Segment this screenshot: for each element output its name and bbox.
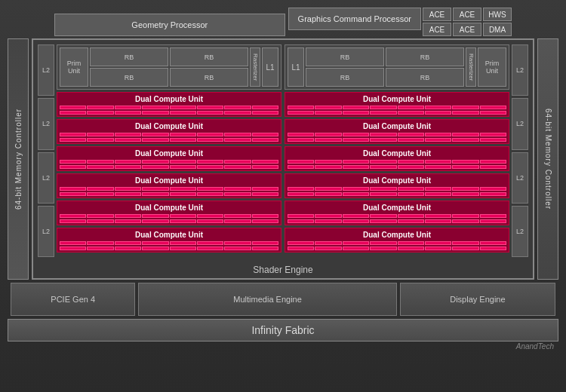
se-half-right: L1 RB RB RB RB Rasterizer Prim Unit: [285, 44, 509, 257]
dcu-row: [288, 133, 506, 136]
rb-grid-right: RB RB RB RB: [306, 47, 464, 87]
dcu-sub: [288, 247, 314, 250]
dcu-sub: [170, 241, 196, 245]
dcu-sub: [315, 214, 341, 218]
dcu-sub: [480, 241, 506, 245]
dcu-sub: [142, 214, 168, 218]
dcu-rows-2: [60, 133, 278, 142]
dcu-sub: [398, 133, 424, 136]
dcu-sub: [142, 165, 168, 169]
dcu-sub: [452, 192, 478, 196]
dcu-sub: [370, 241, 396, 245]
dcu-sub: [87, 106, 113, 109]
dcu-row: [288, 138, 506, 142]
pcie-block: PCIE Gen 4: [11, 283, 135, 316]
dcu-sub: [197, 165, 223, 169]
dcu-sub: [60, 111, 86, 115]
dcu-sub: [315, 192, 341, 196]
dcu-right-3: Dual Compute Unit: [285, 146, 509, 171]
dcu-sub: [370, 192, 396, 196]
dcu-sub: [197, 111, 223, 115]
dcu-sub: [370, 160, 396, 164]
dcu-sub: [480, 160, 506, 164]
dcu-sub: [224, 133, 251, 136]
dcu-rows-r4: [288, 187, 506, 196]
dcu-row: [288, 187, 506, 191]
dcu-sub: [197, 187, 223, 191]
dcu-sub: [452, 214, 478, 218]
dcu-sub: [87, 214, 113, 218]
dcu-sub: [60, 247, 86, 250]
dcu-sub: [252, 106, 278, 109]
main-diagram: Geometry Processor Graphics Command Proc…: [0, 0, 566, 392]
dcu-sub: [480, 133, 506, 136]
dcu-row: [288, 192, 506, 196]
dcu-sub: [170, 133, 196, 136]
dcu-sub: [288, 106, 314, 109]
dcu-sub: [87, 111, 113, 115]
dcu-rows-r6: [288, 241, 506, 250]
dcu-sub: [343, 187, 369, 191]
dcu-sub: [315, 138, 341, 142]
dcu-sub: [343, 106, 369, 109]
dcu-left-2: Dual Compute Unit: [57, 119, 281, 144]
dcu-sub: [398, 160, 424, 164]
dcu-sub: [197, 133, 223, 136]
dcu-sub: [480, 106, 506, 109]
dcu-sub: [288, 214, 314, 218]
dcu-sub: [170, 214, 196, 218]
dcu-sub: [398, 111, 424, 115]
dcu-sub: [398, 247, 424, 250]
dcu-sub: [288, 241, 314, 245]
dcu-row: [288, 241, 506, 245]
se-top-right: L1 RB RB RB RB Rasterizer Prim Unit: [285, 44, 509, 90]
dcu-sub: [480, 192, 506, 196]
gcp-col-3: HWS DMA: [483, 8, 512, 36]
dcu-sub: [425, 160, 451, 164]
prim-unit-right: Prim Unit: [478, 47, 506, 87]
dcu-sub: [142, 138, 168, 142]
dcu-sub: [224, 241, 251, 245]
multimedia-block: Multimedia Engine: [138, 283, 396, 316]
dcu-rows-3: [60, 160, 278, 169]
dcu-sub: [252, 247, 278, 250]
rb-left-4: RB: [170, 68, 248, 87]
dcu-sub: [315, 106, 341, 109]
dcu-sub: [224, 247, 251, 250]
dcu-sub: [343, 165, 369, 169]
right-se-half: L1 RB RB RB RB Rasterizer Prim Unit: [285, 44, 528, 257]
bottom-strip: PCIE Gen 4 Multimedia Engine Display Eng…: [8, 283, 558, 316]
dcu-sub: [425, 187, 451, 191]
dcu-rows-4: [60, 187, 278, 196]
dcu-sub: [60, 106, 86, 109]
dcu-sub: [142, 133, 168, 136]
dcu-rows-r1: [288, 106, 506, 115]
dcu-row: [60, 214, 278, 218]
dcu-sub: [252, 133, 278, 136]
dcu-row: [60, 187, 278, 191]
dcu-rows-6: [60, 241, 278, 250]
dcu-sub: [224, 165, 251, 169]
dcu-sub: [115, 214, 141, 218]
dcu-sub: [224, 214, 251, 218]
dcu-row: [288, 160, 506, 164]
dcu-sub: [197, 138, 223, 142]
dcu-sub: [370, 214, 396, 218]
dcu-sub: [288, 133, 314, 136]
l2-right-1: L2: [512, 44, 528, 96]
dcu-sub: [252, 219, 278, 223]
dcu-sub: [197, 241, 223, 245]
dcu-sub: [252, 111, 278, 115]
dcu-sub: [87, 133, 113, 136]
hws-cell: HWS: [483, 8, 512, 21]
dcu-sub: [398, 187, 424, 191]
dcu-row: [60, 133, 278, 136]
dcu-sub: [315, 219, 341, 223]
dcu-sub: [115, 133, 141, 136]
dcu-sub: [115, 165, 141, 169]
dcu-sub: [398, 214, 424, 218]
shader-engine-label: Shader Engine: [33, 262, 533, 278]
dcu-sub: [170, 138, 196, 142]
l1-right: L1: [288, 47, 304, 87]
dcu-sub: [343, 192, 369, 196]
